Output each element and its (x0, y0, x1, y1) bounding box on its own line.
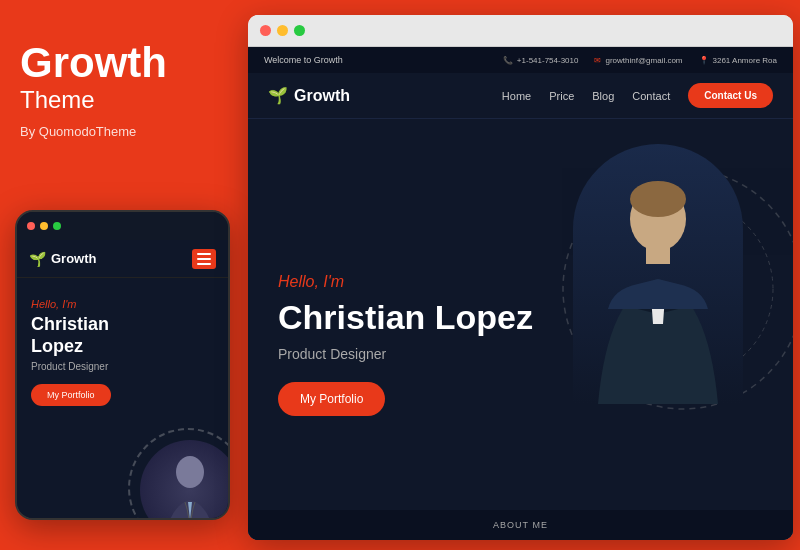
topbar-address: 📍 3261 Anmore Roa (699, 56, 778, 65)
topbar-email-text: growthinf@gmail.com (605, 56, 682, 65)
mobile-top-bar (17, 212, 228, 240)
topbar-welcome: Welcome to Growth (264, 55, 343, 65)
mobile-portfolio-button[interactable]: My Portfolio (31, 384, 111, 406)
mobile-name-line2: Lopez (31, 336, 83, 356)
mobile-dot-yellow (40, 222, 48, 230)
mobile-logo-icon: 🌱 (29, 251, 46, 267)
mobile-menu-line (197, 253, 211, 255)
mobile-nav: 🌱 Growth (17, 240, 228, 278)
mobile-role-text: Product Designer (31, 361, 214, 372)
nav-link-price[interactable]: Price (549, 90, 574, 102)
hero-name: Christian Lopez (278, 299, 763, 336)
website-content: Welcome to Growth 📞 +1-541-754-3010 ✉ gr… (248, 47, 793, 540)
site-logo-text: Growth (294, 87, 350, 105)
desktop-dot-yellow (277, 25, 288, 36)
location-icon: 📍 (699, 56, 709, 65)
email-icon: ✉ (594, 56, 601, 65)
mobile-menu-line (197, 263, 211, 265)
hero-text: Hello, I'm Christian Lopez Product Desig… (278, 273, 763, 416)
mobile-avatar-circle (128, 428, 228, 518)
nav-contact-button[interactable]: Contact Us (688, 83, 773, 108)
topbar-address-text: 3261 Anmore Roa (713, 56, 778, 65)
mobile-dot-green (53, 222, 61, 230)
site-nav: 🌱 Growth Home Price Blog Contact Contact… (248, 73, 793, 119)
mobile-dot-red (27, 222, 35, 230)
svg-point-4 (630, 181, 686, 217)
brand-title-text: Growth (20, 39, 167, 86)
mobile-avatar-inner (140, 440, 228, 518)
mobile-menu-line (197, 258, 211, 260)
mobile-logo: 🌱 Growth (29, 251, 97, 267)
desktop-top-bar (248, 15, 793, 47)
topbar-phone: 📞 +1-541-754-3010 (503, 56, 579, 65)
svg-rect-5 (646, 246, 670, 264)
mobile-content: Hello, I'm Christian Lopez Product Desig… (17, 278, 228, 518)
brand-by: By QuomodoTheme (20, 124, 136, 139)
desktop-mockup: Welcome to Growth 📞 +1-541-754-3010 ✉ gr… (248, 15, 793, 540)
site-about-bar: ABOUT ME (248, 510, 793, 540)
topbar-right: 📞 +1-541-754-3010 ✉ growthinf@gmail.com … (503, 56, 777, 65)
site-nav-links: Home Price Blog Contact Contact Us (502, 83, 773, 108)
site-hero: Hello, I'm Christian Lopez Product Desig… (248, 119, 793, 540)
topbar-phone-text: +1-541-754-3010 (517, 56, 579, 65)
mobile-hello-text: Hello, I'm (31, 298, 214, 310)
mobile-mockup: 🌱 Growth Hello, I'm Christian Lopez Prod… (15, 210, 230, 520)
site-logo-icon: 🌱 (268, 86, 288, 105)
mobile-name-line1: Christian (31, 314, 109, 334)
site-logo: 🌱 Growth (268, 86, 350, 105)
nav-link-contact[interactable]: Contact (632, 90, 670, 102)
hero-hello: Hello, I'm (278, 273, 763, 291)
svg-point-0 (176, 456, 204, 488)
brand-subtitle-text: Theme (20, 86, 95, 113)
topbar-email: ✉ growthinf@gmail.com (594, 56, 682, 65)
mobile-name: Christian Lopez (31, 314, 214, 357)
mobile-logo-text: Growth (51, 251, 97, 266)
hero-role: Product Designer (278, 346, 763, 362)
mobile-person-svg (150, 450, 228, 518)
hero-portfolio-button[interactable]: My Portfolio (278, 382, 385, 416)
nav-link-blog[interactable]: Blog (592, 90, 614, 102)
mobile-menu-button[interactable] (192, 249, 216, 269)
brand-title: Growth Theme (20, 40, 167, 114)
desktop-dot-red (260, 25, 271, 36)
site-topbar: Welcome to Growth 📞 +1-541-754-3010 ✉ gr… (248, 47, 793, 73)
about-label: ABOUT ME (493, 520, 548, 530)
desktop-dot-green (294, 25, 305, 36)
nav-link-home[interactable]: Home (502, 90, 531, 102)
phone-icon: 📞 (503, 56, 513, 65)
